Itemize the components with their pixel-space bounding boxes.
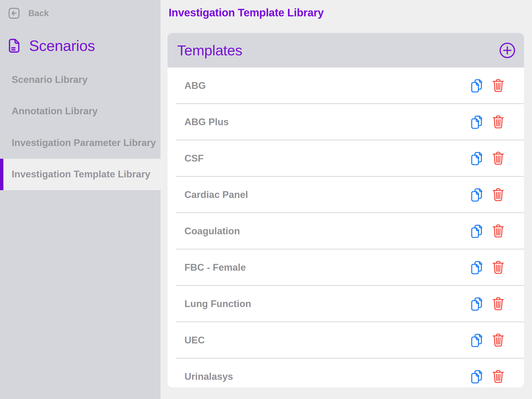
screen: Back Scenarios Scenario Library Annotati… <box>0 0 532 399</box>
row-actions <box>469 333 506 348</box>
back-arrow-icon <box>9 8 19 19</box>
copy-template-button[interactable] <box>469 260 484 275</box>
template-row[interactable]: ABG Plus <box>168 104 524 140</box>
delete-template-button[interactable] <box>491 78 506 93</box>
copy-icon <box>470 369 484 384</box>
trash-icon <box>492 115 504 129</box>
delete-template-button[interactable] <box>491 369 506 384</box>
copy-icon <box>470 297 484 311</box>
delete-template-button[interactable] <box>491 115 506 130</box>
row-actions <box>469 296 506 311</box>
row-actions <box>469 187 506 202</box>
trash-icon <box>492 152 504 165</box>
template-name: Lung Function <box>184 298 251 309</box>
trash-icon <box>492 297 504 311</box>
copy-icon <box>470 151 484 166</box>
copy-template-button[interactable] <box>469 224 484 239</box>
sidebar-nav: Scenario Library Annotation Library Inve… <box>0 64 161 190</box>
template-name: ABG Plus <box>184 117 229 128</box>
copy-icon <box>470 115 484 130</box>
sidebar-item-scenario-library[interactable]: Scenario Library <box>0 64 161 96</box>
trash-icon <box>492 224 504 238</box>
copy-template-button[interactable] <box>469 78 484 93</box>
trash-icon <box>492 261 504 274</box>
templates-card-header: Templates <box>168 33 524 68</box>
trash-icon <box>492 334 504 347</box>
template-row[interactable]: ABG <box>168 68 524 104</box>
template-row[interactable]: UEC <box>168 322 524 358</box>
template-row[interactable]: Urinalasys <box>168 358 524 387</box>
template-row[interactable]: FBC - Female <box>168 249 524 286</box>
sidebar-item-investigation-template-library[interactable]: Investigation Template Library <box>0 159 161 190</box>
template-row[interactable]: CSF <box>168 140 524 177</box>
copy-icon <box>470 260 484 275</box>
copy-template-button[interactable] <box>469 369 484 384</box>
copy-icon <box>470 224 484 239</box>
copy-template-button[interactable] <box>469 115 484 130</box>
template-name: Urinalasys <box>184 371 233 382</box>
row-actions <box>469 151 506 166</box>
trash-icon <box>492 188 504 202</box>
selected-indicator <box>0 159 3 190</box>
delete-template-button[interactable] <box>491 296 506 311</box>
add-template-button[interactable] <box>499 42 516 59</box>
template-name: ABG <box>184 80 206 91</box>
template-row[interactable]: Coagulation <box>168 213 524 249</box>
back-label: Back <box>28 8 49 18</box>
copy-template-button[interactable] <box>469 296 484 311</box>
scenarios-header: Scenarios <box>9 37 95 54</box>
template-name: FBC - Female <box>184 262 246 273</box>
sidebar-item-annotation-library[interactable]: Annotation Library <box>0 96 161 127</box>
copy-template-button[interactable] <box>469 151 484 166</box>
template-row[interactable]: Cardiac Panel <box>168 177 524 213</box>
document-icon <box>9 38 20 53</box>
trash-icon <box>492 79 504 92</box>
delete-template-button[interactable] <box>491 224 506 239</box>
delete-template-button[interactable] <box>491 187 506 202</box>
delete-template-button[interactable] <box>491 333 506 348</box>
page-title: Investigation Template Library <box>169 6 324 19</box>
template-row[interactable]: Lung Function <box>168 286 524 322</box>
templates-title: Templates <box>177 42 242 59</box>
template-name: Coagulation <box>184 226 240 237</box>
copy-icon <box>470 333 484 348</box>
row-actions <box>469 224 506 239</box>
row-actions <box>469 78 506 93</box>
sidebar-item-label: Investigation Template Library <box>0 169 150 180</box>
copy-template-button[interactable] <box>469 333 484 348</box>
sidebar: Back Scenarios Scenario Library Annotati… <box>0 0 161 399</box>
sidebar-item-label: Annotation Library <box>0 106 98 117</box>
copy-icon <box>470 188 484 202</box>
sidebar-item-label: Scenario Library <box>0 74 88 85</box>
row-actions <box>469 369 506 384</box>
template-name: Cardiac Panel <box>184 189 248 200</box>
plus-circle-icon <box>499 42 516 59</box>
row-actions <box>469 115 506 130</box>
scenarios-title: Scenarios <box>29 37 95 54</box>
back-button[interactable]: Back <box>9 8 49 19</box>
template-name: CSF <box>184 153 204 164</box>
main-content: Investigation Template Library Templates… <box>161 0 532 399</box>
sidebar-item-investigation-parameter-library[interactable]: Investigation Parameter Library <box>0 127 161 159</box>
delete-template-button[interactable] <box>491 260 506 275</box>
delete-template-button[interactable] <box>491 151 506 166</box>
template-name: UEC <box>184 335 205 346</box>
trash-icon <box>492 370 504 383</box>
template-list: ABG <box>168 68 524 387</box>
copy-template-button[interactable] <box>469 187 484 202</box>
copy-icon <box>470 78 484 93</box>
row-actions <box>469 260 506 275</box>
templates-card: Templates ABG <box>168 33 524 387</box>
sidebar-item-label: Investigation Parameter Library <box>0 137 156 148</box>
